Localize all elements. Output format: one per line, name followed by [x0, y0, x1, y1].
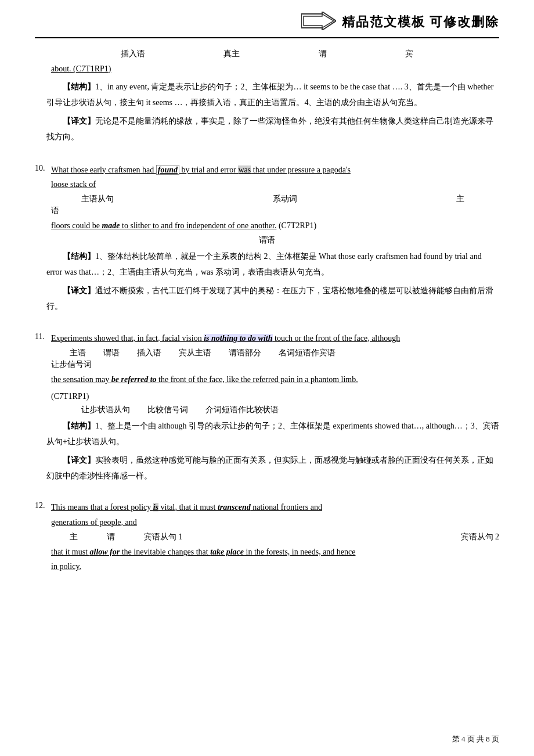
s10-part3: that under pressure a pagoda's — [251, 165, 351, 174]
section9-labels: 插入语 真主 谓 宾 — [35, 49, 499, 59]
item10-predicate-label: 谓语 — [35, 235, 499, 246]
section9-line1: about. (C7T1RP1) — [51, 62, 499, 76]
header-banner: 精品范文模板 可修改删除 — [35, 12, 499, 38]
svg-marker-0 — [301, 12, 336, 30]
label-subject-clause: 主语从句 — [81, 194, 114, 204]
item12-sentence: This means that a forest policy is vital… — [51, 500, 499, 529]
item10-zhuyu: 语 — [51, 206, 499, 216]
page: 精品范文模板 可修改删除 插入语 真主 谓 宾 about. (C7T1RP1)… — [0, 0, 534, 756]
item11-num: 11. — [35, 332, 51, 341]
section9-yiwen: 【译文】无论是不是能量消耗的缘故，事实是，除了一些深海怪鱼外，绝没有其他任何生物… — [46, 114, 499, 145]
s10-part1: What those early craftsmen had — [51, 165, 156, 174]
section9-jiegou: 【结构】1、in any event, 肯定是表示让步的句子；2、主体框架为… … — [46, 80, 499, 110]
header-arrow — [301, 12, 336, 33]
item11-jiegou: 【结构】1、整上是一个由 although 引导的表示让步的句子；2、主体框架是… — [46, 419, 499, 449]
item11-jiegou-text: 【结构】1、整上是一个由 although 引导的表示让步的句子；2、主体框架是… — [46, 419, 499, 449]
s10-found: found — [156, 165, 179, 175]
item11-code: (C7T1RP1) — [51, 389, 499, 404]
item11-header: 11. Experiments showed that, in fact, fa… — [35, 331, 499, 345]
item12-num: 12. — [35, 501, 51, 510]
s10-made: made — [102, 221, 120, 230]
item10-jiegou: 【结构】1、整体结构比较简单，就是一个主系表的结构 2、主体框架是 What t… — [46, 249, 499, 280]
header-title: 精品范文模板 可修改删除 — [342, 13, 500, 31]
s9-jiegou-text: 【结构】1、in any event, 肯定是表示让步的句子；2、主体框架为… … — [46, 80, 499, 110]
item12-label-row1: 主 谓 宾语从句 1 宾语从句 2 — [35, 532, 499, 542]
item12-line2: that it must allow for the inevitable ch… — [51, 545, 499, 574]
label-object: 宾 — [405, 49, 413, 59]
s10-loosestackof: loose stack of — [51, 180, 96, 189]
s9-yiwen-text: 【译文】无论是不是能量消耗的缘故，事实是，除了一些深海怪鱼外，绝没有其他任何生物… — [46, 114, 499, 145]
item10-jiegou-text: 【结构】1、整体结构比较简单，就是一个主系表的结构 2、主体框架是 What t… — [46, 249, 499, 280]
item11-label-row2: 让步状语从句 比较信号词 介词短语作比较状语 — [35, 405, 499, 415]
s10-part2: by trial and error — [179, 165, 238, 174]
label-main-subject: 主 — [456, 194, 464, 204]
s9-underline: about. (C7T1RP1) — [51, 64, 111, 73]
label-insert: 插入语 — [121, 49, 145, 59]
item10-header: 10. What those early craftsmen had found… — [35, 163, 499, 192]
item10-num: 10. — [35, 164, 51, 173]
item10-label-row1: 主语从句 系动词 主 — [35, 194, 499, 204]
item11-sentence: Experiments showed that, in fact, facial… — [51, 331, 499, 345]
item11-concession-label: 让步信号词 — [51, 359, 499, 370]
item11-yiwen-text: 【译文】实验表明，虽然这种感觉可能与脸的正面有关系，但实际上，面感视觉与触碰或者… — [46, 453, 499, 484]
item10-yiwen: 【译文】通过不断摸索，古代工匠们终于发现了其中的奥秘：在压力下，宝塔松散堆叠的楼… — [46, 283, 499, 314]
item12-header: 12. This means that a forest policy is v… — [35, 500, 499, 529]
item11-line2: the sensation may be referred to the fro… — [51, 372, 499, 387]
label-predicate: 谓 — [319, 49, 327, 59]
item11-yiwen: 【译文】实验表明，虽然这种感觉可能与脸的正面有关系，但实际上，面感视觉与触碰或者… — [46, 453, 499, 484]
s10-floors: floors could be — [51, 221, 102, 230]
item-11: 11. Experiments showed that, in fact, fa… — [35, 331, 499, 484]
item-10: 10. What those early craftsmen had found… — [35, 163, 499, 315]
item10-line2: floors could be made to slither to and f… — [51, 218, 499, 233]
s10-rest: to slither to and fro independent of one… — [120, 221, 277, 230]
item10-yiwen-text: 【译文】通过不断摸索，古代工匠们终于发现了其中的奥秘：在压力下，宝塔松散堆叠的楼… — [46, 283, 499, 314]
s10-was: was — [238, 165, 251, 174]
label-subject: 真主 — [223, 49, 240, 59]
item-12: 12. This means that a forest policy is v… — [35, 500, 499, 574]
item11-label-row1: 主语 谓语 插入语 宾从主语 谓语部分 名词短语作宾语 — [35, 348, 499, 358]
page-footer: 第 4 页 共 8 页 — [452, 734, 499, 744]
item10-sentence: What those early craftsmen had found by … — [51, 163, 499, 192]
section-9: 插入语 真主 谓 宾 about. (C7T1RP1) 【结构】1、in any… — [35, 49, 499, 145]
label-linking-verb: 系动词 — [273, 194, 297, 204]
